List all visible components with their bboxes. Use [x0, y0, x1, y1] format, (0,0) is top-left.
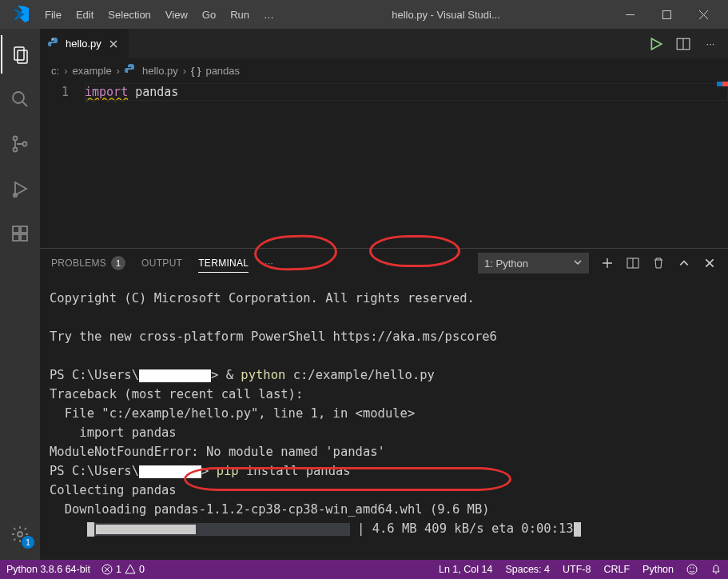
download-progress [94, 523, 350, 536]
tab-hello-py[interactable]: hello.py [40, 29, 129, 59]
trash-icon[interactable] [651, 256, 666, 270]
chevron-up-icon[interactable] [677, 256, 691, 270]
problems-count-badge: 1 [111, 256, 125, 270]
status-problems[interactable]: 1 0 [101, 564, 145, 575]
svg-point-15 [18, 532, 22, 537]
chevron-right-icon: › [183, 65, 186, 77]
split-editor-icon[interactable] [675, 36, 691, 52]
chevron-right-icon: › [64, 65, 67, 77]
status-eol[interactable]: CRLF [603, 564, 630, 575]
python-file-icon [48, 38, 61, 50]
cursor [574, 522, 581, 537]
close-button[interactable] [685, 0, 722, 29]
menu-selection[interactable]: Selection [101, 6, 157, 24]
warning-icon [125, 564, 136, 575]
run-file-icon[interactable] [648, 36, 664, 52]
svg-rect-2 [14, 47, 24, 60]
svg-rect-13 [21, 234, 27, 241]
chevron-down-icon [573, 258, 583, 270]
svg-point-7 [14, 148, 18, 152]
svg-point-6 [14, 137, 18, 141]
extensions-icon[interactable] [1, 214, 39, 253]
svg-point-4 [13, 92, 24, 103]
window-title: hello.py - Visual Studi... [280, 9, 611, 21]
svg-rect-11 [13, 226, 19, 233]
chevron-right-icon: › [117, 65, 120, 77]
line-gutter: 1 [40, 83, 85, 248]
svg-point-8 [23, 142, 27, 146]
svg-point-23 [687, 565, 697, 574]
status-language[interactable]: Python [642, 564, 674, 575]
new-terminal-icon[interactable] [600, 256, 615, 270]
breadcrumb-seg[interactable]: c: [51, 65, 59, 77]
tab-filename: hello.py [66, 38, 101, 50]
status-bar: Python 3.8.6 64-bit 1 0 Ln 1, Col 14 Spa… [0, 560, 728, 579]
python-file-icon [125, 64, 137, 77]
code-content[interactable]: import pandas [85, 83, 728, 248]
code-editor[interactable]: 1 import pandas [40, 82, 728, 248]
breadcrumb-seg[interactable]: pandas [205, 65, 240, 77]
svg-point-24 [690, 567, 691, 569]
menu-more[interactable]: … [257, 6, 280, 24]
editor-actions: ··· [638, 36, 728, 52]
menu-edit[interactable]: Edit [70, 6, 100, 24]
activity-bar: 1 [0, 29, 40, 560]
panel-tabs: PROBLEMS1 OUTPUT TERMINAL ··· 1: Python [40, 249, 728, 278]
svg-rect-12 [13, 234, 19, 241]
terminal-select-label: 1: Python [484, 258, 528, 270]
menu-view[interactable]: View [159, 6, 194, 24]
tab-close-icon[interactable] [106, 37, 121, 51]
code-keyword: import [85, 85, 128, 99]
code-text: pandas [128, 85, 178, 99]
vscode-logo-icon [11, 5, 30, 24]
status-python-version[interactable]: Python 3.8.6 64-bit [6, 564, 90, 575]
svg-rect-1 [662, 10, 670, 18]
status-spaces[interactable]: Spaces: 4 [505, 564, 550, 575]
menu-run[interactable]: Run [224, 6, 256, 24]
panel-tabs-more-icon[interactable]: ··· [265, 254, 273, 272]
feedback-icon[interactable] [686, 564, 698, 575]
svg-rect-3 [18, 50, 27, 63]
titlebar: File Edit Selection View Go Run … hello.… [0, 0, 728, 29]
settings-badge: 1 [22, 536, 34, 549]
status-encoding[interactable]: UTF-8 [563, 564, 591, 575]
terminal-select[interactable]: 1: Python [478, 253, 589, 274]
bottom-panel: PROBLEMS1 OUTPUT TERMINAL ··· 1: Python [40, 248, 728, 560]
status-cursor-pos[interactable]: Ln 1, Col 14 [439, 564, 492, 575]
menu-go[interactable]: Go [196, 6, 222, 24]
svg-line-5 [22, 102, 27, 106]
svg-point-16 [52, 38, 54, 40]
search-icon[interactable] [1, 80, 39, 118]
source-control-icon[interactable] [1, 125, 39, 163]
error-icon [101, 564, 113, 575]
editor-more-icon[interactable]: ··· [702, 36, 718, 52]
breadcrumb-seg[interactable]: example [72, 65, 111, 77]
menu-file[interactable]: File [38, 6, 68, 24]
run-debug-icon[interactable] [1, 170, 39, 208]
close-panel-icon[interactable] [702, 256, 717, 270]
svg-rect-0 [626, 14, 635, 15]
split-terminal-icon[interactable] [626, 256, 640, 270]
tab-problems[interactable]: PROBLEMS1 [51, 253, 125, 274]
tab-bar: hello.py ··· [40, 29, 728, 59]
settings-icon[interactable]: 1 [1, 515, 39, 553]
tab-terminal[interactable]: TERMINAL [198, 254, 249, 273]
minimap-overview[interactable] [717, 82, 728, 86]
menu-bar: File Edit Selection View Go Run … [38, 6, 280, 24]
svg-marker-9 [15, 182, 26, 195]
terminal-output[interactable]: Copyright (C) Microsoft Corporation. All… [40, 278, 728, 560]
tab-output[interactable]: OUTPUT [141, 254, 182, 272]
svg-marker-17 [651, 38, 661, 50]
svg-point-25 [693, 567, 694, 569]
window-controls [611, 0, 722, 29]
explorer-icon[interactable] [1, 35, 39, 74]
notifications-icon[interactable] [710, 564, 722, 575]
braces-icon: { } [191, 65, 201, 77]
minimize-button[interactable] [611, 0, 648, 29]
breadcrumb[interactable]: c:› example› hello.py› { } pandas [40, 59, 728, 82]
breadcrumb-seg[interactable]: hello.py [142, 65, 178, 77]
redacted-username [139, 465, 201, 478]
svg-rect-14 [21, 226, 27, 233]
redacted-username [139, 369, 211, 382]
maximize-button[interactable] [648, 0, 685, 29]
